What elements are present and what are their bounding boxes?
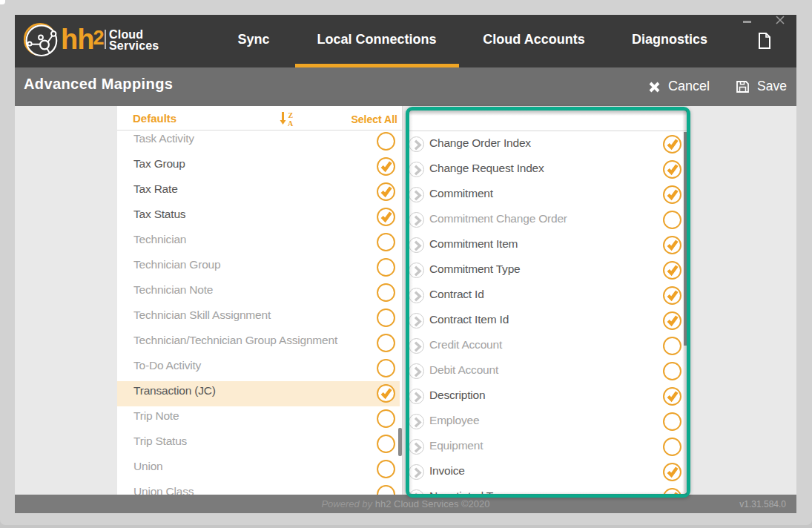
svg-text:A: A [288, 119, 294, 127]
svg-text:Z: Z [288, 111, 294, 119]
